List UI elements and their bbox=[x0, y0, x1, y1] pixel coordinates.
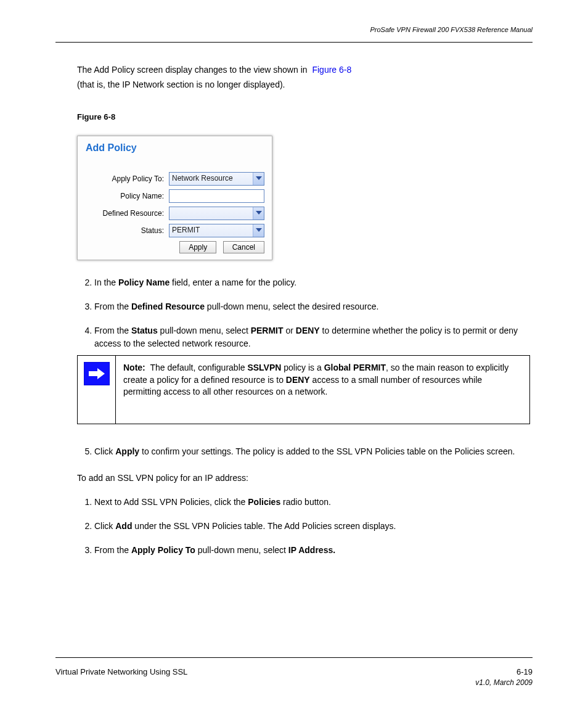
apply-policy-to-label: Apply Policy To: bbox=[87, 174, 164, 183]
dialog-title: Add Policy bbox=[86, 142, 137, 154]
figure-label: Figure 6-8 bbox=[77, 112, 115, 121]
chevron-down-icon bbox=[253, 173, 264, 185]
intro-line-2: (that is, the IP Network section is no l… bbox=[77, 79, 529, 91]
status-select[interactable]: PERMIT bbox=[169, 224, 264, 237]
svg-marker-2 bbox=[256, 228, 262, 232]
figure-caption: Figure 6-8 bbox=[77, 112, 120, 121]
intro-text-1: The Add Policy screen display changes to… bbox=[77, 65, 308, 75]
steps-block-1: In the Policy Name field, enter a name f… bbox=[77, 276, 529, 361]
footer-left: Virtual Private Networking Using SSL bbox=[55, 667, 187, 676]
stepb-1: Next to Add SSL VPN Policies, click the … bbox=[94, 496, 529, 509]
apply-button[interactable]: Apply bbox=[179, 241, 216, 253]
defined-resource-label: Defined Resource: bbox=[87, 209, 164, 218]
note-text: The default, configurable SSLVPN policy … bbox=[123, 363, 508, 396]
procedure-heading: To add an SSL VPN policy for an IP addre… bbox=[77, 472, 529, 485]
steps-block-2: Click Apply to confirm your settings. Th… bbox=[77, 445, 529, 568]
note-label: Note: bbox=[123, 363, 145, 372]
policy-name-input[interactable] bbox=[169, 189, 264, 203]
svg-marker-3 bbox=[89, 368, 105, 379]
page-header-right: ProSafe VPN Firewall 200 FVX538 Referenc… bbox=[370, 26, 533, 33]
cancel-button[interactable]: Cancel bbox=[223, 241, 264, 253]
figure-ref-link[interactable]: Figure 6-8 bbox=[312, 65, 351, 75]
chevron-down-icon bbox=[253, 207, 264, 220]
header-rule bbox=[55, 42, 533, 43]
apply-policy-to-select[interactable]: Network Resource bbox=[169, 172, 264, 186]
step-2: In the Policy Name field, enter a name f… bbox=[94, 276, 529, 289]
step-5: Click Apply to confirm your settings. Th… bbox=[94, 445, 529, 458]
svg-marker-0 bbox=[256, 176, 262, 180]
step-4: From the Status pull-down menu, select P… bbox=[94, 324, 529, 350]
apply-policy-to-value: Network Resource bbox=[172, 174, 233, 183]
chevron-down-icon bbox=[253, 224, 264, 237]
add-policy-dialog: Add Policy Apply Policy To: Network Reso… bbox=[77, 136, 272, 260]
stepb-3: From the Apply Policy To pull-down menu,… bbox=[94, 544, 529, 557]
defined-resource-select[interactable] bbox=[169, 207, 264, 220]
policy-name-label: Policy Name: bbox=[87, 192, 164, 200]
footer-right: 6-19 bbox=[517, 667, 533, 676]
step-3: From the Defined Resource pull-down menu… bbox=[94, 300, 529, 313]
status-value: PERMIT bbox=[172, 226, 200, 234]
arrow-right-icon bbox=[84, 362, 110, 385]
status-label: Status: bbox=[87, 226, 164, 235]
note-box: Note: The default, configurable SSLVPN p… bbox=[77, 355, 530, 424]
svg-marker-1 bbox=[256, 211, 262, 215]
footer-rule bbox=[55, 657, 533, 658]
intro-line-1: The Add Policy screen display changes to… bbox=[77, 64, 529, 76]
footer-version: v1.0, March 2009 bbox=[475, 678, 533, 687]
stepb-2: Click Add under the SSL VPN Policies tab… bbox=[94, 520, 529, 533]
